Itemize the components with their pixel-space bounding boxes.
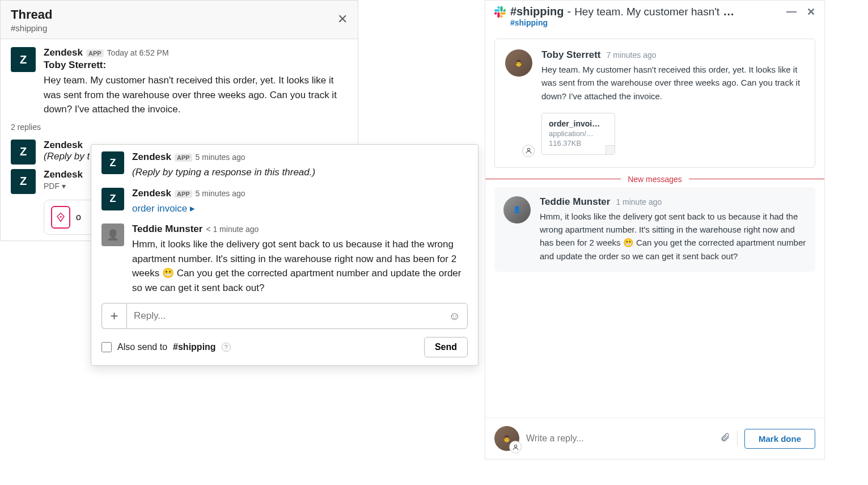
user-avatar: 👤 bbox=[503, 196, 531, 223]
divider bbox=[737, 431, 738, 446]
message-timestamp: 5 minutes ago bbox=[196, 153, 245, 162]
app-badge: APP bbox=[86, 49, 104, 57]
dog-ear-icon bbox=[606, 145, 615, 154]
message-timestamp: 7 minutes ago bbox=[607, 50, 657, 60]
close-icon[interactable]: ✕ bbox=[807, 6, 815, 18]
title-separator: - bbox=[567, 5, 571, 18]
help-icon[interactable]: ? bbox=[222, 343, 231, 352]
reply-input[interactable] bbox=[526, 433, 713, 444]
conversation-message-card: 👨 Toby Sterrett 7 minutes ago Hey team. … bbox=[494, 39, 815, 168]
message-author[interactable]: Toby Sterrett bbox=[541, 49, 601, 61]
thread-root-message: Z Zendesk APP Today at 6:52 PM Toby Ster… bbox=[1, 39, 358, 119]
conversation-channel: #shipping bbox=[510, 5, 564, 18]
message-text: Hmm, it looks like the delivery got sent… bbox=[132, 237, 468, 295]
new-messages-divider: New messages bbox=[485, 175, 824, 184]
reply-message: Z Zendesk APP 5 minutes ago order invoic… bbox=[91, 181, 478, 217]
new-messages-label: New messages bbox=[621, 175, 689, 184]
zendesk-avatar-icon: Z bbox=[11, 169, 36, 194]
replies-count: 2 replies bbox=[1, 119, 358, 137]
minimize-icon[interactable]: — bbox=[786, 6, 797, 18]
zendesk-avatar-icon: Z bbox=[101, 151, 124, 174]
message-text: Hmm, it looks like the delivery got sent… bbox=[540, 210, 806, 263]
slack-logo-icon bbox=[494, 6, 506, 18]
app-badge: APP bbox=[175, 190, 192, 198]
also-send-checkbox-row[interactable]: Also send to #shipping ? bbox=[101, 342, 231, 352]
reply-message: 👤 Teddie Munster < 1 minute ago Hmm, it … bbox=[91, 217, 478, 296]
message-author[interactable]: Teddie Munster bbox=[540, 196, 610, 208]
paperclip-icon[interactable] bbox=[720, 432, 730, 446]
also-send-label: Also send to bbox=[117, 342, 167, 352]
pdf-icon bbox=[51, 206, 70, 229]
slack-thread-header: Thread #shipping ✕ bbox=[1, 1, 358, 39]
send-button[interactable]: Send bbox=[424, 337, 468, 357]
agent-badge-icon bbox=[509, 441, 522, 453]
reply-input[interactable] bbox=[134, 310, 444, 322]
also-send-channel: #shipping bbox=[173, 342, 216, 352]
zendesk-avatar-icon: Z bbox=[11, 47, 36, 72]
message-author[interactable]: Zendesk bbox=[132, 151, 171, 163]
pdf-filename: o bbox=[76, 212, 81, 222]
file-attachment[interactable]: order_invoi… application/… 116.37KB bbox=[541, 113, 615, 155]
zendesk-avatar-icon: Z bbox=[101, 188, 124, 210]
file-name: order_invoi… bbox=[549, 119, 608, 128]
reply-composer: + ☺ bbox=[101, 303, 468, 329]
emoji-icon[interactable]: ☺ bbox=[449, 310, 460, 323]
zendesk-side-conversation-panel: #shipping - Hey team. My customer hasn't… bbox=[485, 0, 825, 459]
message-preview: PDF ▾ bbox=[44, 182, 66, 191]
conversation-reply-card: 👤 Teddie Munster 1 minute ago Hmm, it lo… bbox=[494, 187, 815, 272]
reply-input-wrapper[interactable]: ☺ bbox=[126, 303, 468, 329]
conversation-subject: Hey team. My customer hasn't bbox=[574, 6, 719, 18]
agent-badge-icon bbox=[522, 145, 535, 157]
file-size: 116.37KB bbox=[549, 139, 608, 147]
message-author: Zendesk bbox=[44, 169, 83, 180]
reply-message: Z Zendesk APP 5 minutes ago (Reply by ty… bbox=[91, 145, 478, 181]
message-preview: (Reply by t bbox=[44, 151, 90, 162]
mark-done-button[interactable]: Mark done bbox=[744, 429, 815, 449]
svg-point-2 bbox=[514, 445, 516, 447]
message-timestamp: 5 minutes ago bbox=[196, 189, 245, 198]
message-text[interactable]: order invoice ▸ bbox=[132, 201, 468, 216]
message-text: Hey team. My customer hasn't received th… bbox=[44, 73, 348, 117]
also-send-checkbox[interactable] bbox=[101, 342, 112, 352]
reply-footer: 👨 Mark done bbox=[485, 417, 824, 459]
thread-title: Thread bbox=[11, 7, 348, 22]
message-author[interactable]: Teddie Munster bbox=[132, 223, 202, 235]
message-author[interactable]: Zendesk bbox=[44, 47, 83, 58]
conversation-channel-link[interactable]: #shipping bbox=[485, 18, 824, 32]
svg-point-0 bbox=[60, 216, 62, 217]
message-subauthor: Toby Sterrett: bbox=[44, 60, 348, 71]
zendesk-avatar-icon: Z bbox=[11, 140, 36, 165]
zendesk-header: #shipping - Hey team. My customer hasn't… bbox=[485, 1, 824, 18]
close-icon[interactable]: ✕ bbox=[337, 12, 348, 27]
message-text: (Reply by typing a response in this thre… bbox=[132, 165, 468, 180]
file-type: application/… bbox=[549, 129, 608, 138]
message-author: Zendesk bbox=[44, 140, 90, 151]
thread-replies-popup: Z Zendesk APP 5 minutes ago (Reply by ty… bbox=[91, 144, 479, 366]
svg-point-1 bbox=[527, 148, 530, 150]
user-avatar: 👨 bbox=[505, 49, 532, 77]
message-text: Hey team. My customer hasn't received th… bbox=[541, 63, 805, 103]
user-avatar: 👤 bbox=[101, 223, 124, 246]
message-timestamp: < 1 minute ago bbox=[206, 225, 259, 234]
app-badge: APP bbox=[175, 154, 192, 162]
title-ellipsis: … bbox=[723, 5, 734, 18]
message-timestamp: Today at 6:52 PM bbox=[107, 48, 169, 57]
message-timestamp: 1 minute ago bbox=[616, 197, 662, 206]
thread-channel[interactable]: #shipping bbox=[11, 23, 348, 33]
message-author[interactable]: Zendesk bbox=[132, 188, 171, 199]
add-attachment-button[interactable]: + bbox=[101, 303, 126, 329]
